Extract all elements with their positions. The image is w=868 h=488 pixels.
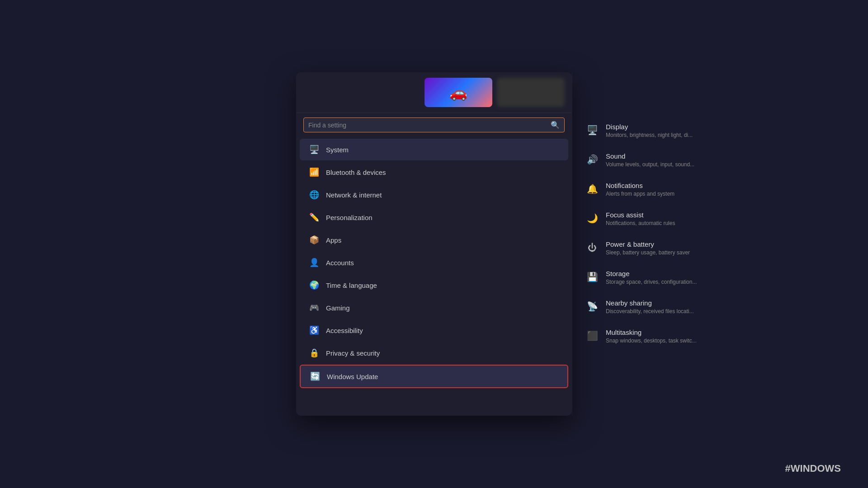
right-icon-sound: 🔊 (586, 153, 599, 166)
settings-window: 🔍 🖥️System📶Bluetooth & devices🌐Network &… (296, 72, 572, 416)
search-area: 🔍 (296, 113, 572, 136)
nav-label-network: Network & internet (326, 191, 382, 199)
right-title-storage: Storage (606, 270, 697, 277)
right-desc-display: Monitors, brightness, night light, di... (606, 132, 693, 138)
right-title-multitasking: Multitasking (606, 328, 697, 336)
nav-item-privacy[interactable]: 🔒Privacy & security (300, 342, 568, 364)
nav-icon-time: 🌍 (309, 280, 320, 291)
nav-icon-accessibility: ♿ (309, 325, 320, 336)
right-desc-focus-assist: Notifications, automatic rules (606, 220, 675, 226)
window-header (296, 72, 572, 113)
nav-icon-system: 🖥️ (309, 144, 320, 155)
profile-card (303, 78, 565, 107)
right-title-sound: Sound (606, 152, 694, 160)
profile-thumbnail-1 (425, 78, 492, 107)
right-item-nearby[interactable]: 📡Nearby sharingDiscoverability, received… (577, 293, 757, 321)
nav-item-windows-update[interactable]: 🔄Windows Update (300, 365, 568, 388)
nav-label-time: Time & language (326, 282, 377, 289)
nav-icon-personalization: ✏️ (309, 212, 320, 223)
right-desc-notifications: Alerts from apps and system (606, 191, 675, 197)
search-bar: 🔍 (303, 117, 565, 132)
nav-label-privacy: Privacy & security (326, 349, 380, 357)
right-title-notifications: Notifications (606, 182, 675, 189)
nav-icon-apps: 📦 (309, 235, 320, 245)
right-item-focus-assist[interactable]: 🌙Focus assistNotifications, automatic ru… (577, 205, 757, 233)
right-panel: 🖥️DisplayMonitors, brightness, night lig… (572, 72, 762, 416)
right-icon-power: ⏻ (586, 241, 599, 254)
right-icon-multitasking: ⬛ (586, 329, 599, 342)
nav-icon-network: 🌐 (309, 189, 320, 200)
right-item-notifications[interactable]: 🔔NotificationsAlerts from apps and syste… (577, 175, 757, 203)
right-item-display[interactable]: 🖥️DisplayMonitors, brightness, night lig… (577, 117, 757, 145)
nav-list: 🖥️System📶Bluetooth & devices🌐Network & i… (296, 136, 572, 416)
search-input[interactable] (308, 122, 547, 129)
nav-label-accounts: Accounts (326, 259, 354, 267)
right-icon-notifications: 🔔 (586, 183, 599, 195)
nav-icon-privacy: 🔒 (309, 347, 320, 358)
right-item-power[interactable]: ⏻Power & batterySleep, battery usage, ba… (577, 234, 757, 262)
nav-label-gaming: Gaming (326, 304, 350, 312)
hashtag-label: #WINDOWS (785, 463, 841, 474)
profile-thumbnail-2 (497, 78, 565, 107)
right-item-multitasking[interactable]: ⬛MultitaskingSnap windows, desktops, tas… (577, 322, 757, 350)
right-desc-storage: Storage space, drives, configuration... (606, 279, 697, 285)
right-icon-focus-assist: 🌙 (586, 212, 599, 225)
nav-icon-windows-update: 🔄 (310, 371, 321, 382)
nav-label-personalization: Personalization (326, 214, 373, 221)
nav-label-windows-update: Windows Update (327, 373, 378, 380)
right-icon-display: 🖥️ (586, 124, 599, 136)
nav-label-bluetooth: Bluetooth & devices (326, 169, 386, 176)
right-icon-nearby: 📡 (586, 300, 599, 313)
nav-item-network[interactable]: 🌐Network & internet (300, 184, 568, 206)
right-item-storage[interactable]: 💾StorageStorage space, drives, configura… (577, 263, 757, 291)
right-desc-power: Sleep, battery usage, battery saver (606, 249, 690, 256)
nav-icon-accounts: 👤 (309, 257, 320, 268)
nav-label-system: System (326, 146, 349, 154)
nav-item-bluetooth[interactable]: 📶Bluetooth & devices (300, 161, 568, 183)
nav-item-accessibility[interactable]: ♿Accessibility (300, 319, 568, 341)
nav-item-system[interactable]: 🖥️System (300, 139, 568, 160)
nav-item-accounts[interactable]: 👤Accounts (300, 252, 568, 273)
nav-icon-gaming: 🎮 (309, 302, 320, 313)
right-desc-multitasking: Snap windows, desktops, task switc... (606, 338, 697, 344)
nav-item-personalization[interactable]: ✏️Personalization (300, 206, 568, 228)
right-desc-nearby: Discoverability, received files locati..… (606, 308, 694, 314)
right-item-sound[interactable]: 🔊SoundVolume levels, output, input, soun… (577, 146, 757, 174)
nav-label-apps: Apps (326, 236, 341, 244)
right-icon-storage: 💾 (586, 271, 599, 283)
right-title-display: Display (606, 123, 693, 131)
search-icon[interactable]: 🔍 (551, 121, 560, 129)
nav-item-apps[interactable]: 📦Apps (300, 229, 568, 251)
nav-label-accessibility: Accessibility (326, 327, 363, 334)
nav-item-time[interactable]: 🌍Time & language (300, 274, 568, 296)
settings-window-container: 🔍 🖥️System📶Bluetooth & devices🌐Network &… (296, 72, 572, 416)
right-title-power: Power & battery (606, 240, 690, 248)
right-title-focus-assist: Focus assist (606, 211, 675, 219)
right-desc-sound: Volume levels, output, input, sound... (606, 161, 694, 168)
nav-icon-bluetooth: 📶 (309, 167, 320, 178)
right-title-nearby: Nearby sharing (606, 299, 694, 307)
nav-item-gaming[interactable]: 🎮Gaming (300, 297, 568, 319)
